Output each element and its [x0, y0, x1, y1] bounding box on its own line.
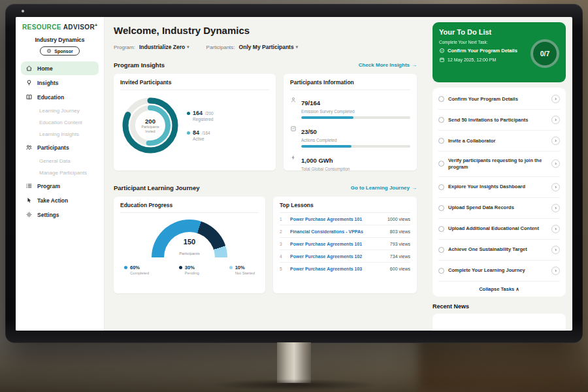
todo-task[interactable]: Invite a Collaborator ›	[438, 131, 560, 152]
recent-news-title: Recent News	[433, 303, 566, 310]
task-checkbox[interactable]	[438, 268, 444, 274]
pending-dot	[179, 266, 182, 269]
sidebar-item-education-content[interactable]: Education Content	[16, 116, 104, 128]
sidebar-item-settings[interactable]: Settings	[21, 208, 99, 221]
task-chevron-icon[interactable]: ›	[551, 246, 560, 254]
sidebar: RESOURCE ADVISOR+ Industry Dynamics Spon…	[16, 17, 105, 331]
program-select[interactable]: Industrialize Zero ▾	[139, 44, 189, 50]
lesson-link[interactable]: Power Purchase Agreements 103	[290, 267, 386, 271]
photo-backdrop: RESOURCE ADVISOR+ Industry Dynamics Spon…	[0, 0, 588, 392]
completed-label: Completed	[130, 271, 149, 275]
next-task-label: Confirm Your Program Details	[448, 48, 517, 54]
task-chevron-icon[interactable]: ›	[551, 159, 560, 168]
check-more-insights-link[interactable]: Check More Insights →	[359, 62, 417, 68]
sidebar-item-label: Insights	[37, 80, 59, 86]
sidebar-item-insights[interactable]: Insights	[21, 76, 99, 90]
monitor-stand	[277, 342, 311, 383]
sidebar-item-program[interactable]: Program	[21, 179, 99, 193]
donut-center-label: Participants Invited	[137, 125, 163, 134]
list-icon	[25, 182, 33, 189]
lesson-link[interactable]: Financial Considerations - VPPAs	[290, 229, 386, 234]
participants-select[interactable]: Only My Participants ▾	[239, 44, 298, 50]
gear-icon	[25, 211, 33, 218]
task-chevron-icon[interactable]: ›	[551, 204, 560, 212]
task-checkbox[interactable]	[438, 184, 444, 190]
lesson-views: 600 views	[390, 267, 410, 271]
logo-text-secondary: ADVISOR	[63, 24, 95, 31]
lesson-link[interactable]: Power Purchase Agreements 101	[290, 242, 386, 246]
lesson-rank: 3	[280, 242, 286, 246]
learning-cards-row: Education Progress 150 Participants 60	[114, 197, 417, 293]
pending-pct: 30%	[185, 265, 195, 270]
program-select-value: Industrialize Zero	[139, 44, 185, 50]
sidebar-item-label: Program	[37, 183, 60, 189]
lesson-link[interactable]: Power Purchase Agreements 101	[290, 217, 384, 221]
sponsor-icon	[46, 48, 52, 54]
task-checkbox[interactable]	[438, 226, 444, 232]
task-chevron-icon[interactable]: ›	[551, 267, 560, 275]
section-title: Participant Learning Journey	[114, 184, 199, 191]
task-chevron-icon[interactable]: ›	[551, 183, 560, 191]
sidebar-item-general-data[interactable]: General Data	[16, 155, 104, 167]
task-chevron-icon[interactable]: ›	[551, 137, 560, 145]
todo-summary-card: Your To Do List Complete Your Next Task:…	[433, 22, 566, 82]
go-to-learning-journey-link[interactable]: Go to Learning Journey →	[351, 185, 417, 191]
task-chevron-icon[interactable]: ›	[551, 95, 560, 103]
sidebar-item-education[interactable]: Education	[21, 90, 99, 104]
todo-next-task[interactable]: Confirm Your Program Details	[439, 48, 532, 54]
task-checkbox[interactable]	[438, 117, 444, 123]
checklist-icon	[290, 125, 297, 132]
gauge-legend: 60% Completed 30% Pending 10% Not Starte…	[120, 265, 259, 275]
not-started-pct: 10%	[235, 265, 245, 270]
task-checkbox[interactable]	[438, 247, 444, 253]
chevron-down-icon: ▾	[296, 44, 298, 50]
todo-task[interactable]: Send 50 Invitations to Participants ›	[438, 110, 560, 131]
todo-task[interactable]: Upload Spend Data Records ›	[438, 198, 560, 219]
task-chevron-icon[interactable]: ›	[551, 225, 560, 233]
todo-task[interactable]: Upload Additional Educational Content ›	[438, 219, 560, 240]
todo-task[interactable]: Explore Your Insights Dashboard ›	[438, 177, 560, 198]
lightbulb-icon	[25, 79, 33, 86]
people-icon	[25, 144, 33, 151]
lesson-rank: 2	[280, 229, 286, 234]
sidebar-item-home[interactable]: Home	[21, 61, 99, 75]
education-progress-card: Education Progress 150 Participants 60	[114, 197, 265, 293]
insights-cards-row: Invited Participants 200	[114, 74, 417, 171]
task-checkbox[interactable]	[438, 161, 444, 167]
task-checkbox[interactable]	[438, 205, 444, 211]
todo-task[interactable]: Confirm Your Program Details ›	[438, 89, 560, 110]
logo-text-primary: RESOURCE	[22, 24, 61, 31]
survey-value: 79/164	[301, 99, 320, 106]
task-checkbox[interactable]	[438, 96, 444, 102]
task-checkbox[interactable]	[438, 138, 444, 144]
sidebar-item-participants[interactable]: Participants	[21, 140, 99, 154]
sidebar-item-label: Participants	[37, 144, 69, 151]
todo-task[interactable]: Verify participants requesting to join t…	[438, 152, 560, 177]
calendar-icon	[439, 57, 445, 63]
sidebar-item-label: Education	[37, 94, 64, 101]
sidebar-item-take-action[interactable]: Take Action	[21, 193, 99, 207]
collapse-tasks-button[interactable]: Collapse Tasks ∧	[438, 282, 560, 297]
todo-task[interactable]: Complete Your Learning Journey ›	[438, 261, 560, 282]
todo-task[interactable]: Achieve One Sustainability Target ›	[438, 240, 560, 261]
registered-dot	[187, 112, 190, 115]
arrow-right-icon: →	[412, 62, 417, 68]
sidebar-item-learning-insights[interactable]: Learning Insights	[16, 128, 104, 140]
sidebar-item-learning-journey[interactable]: Learning Journey	[16, 105, 104, 116]
sponsor-label: Sponsor	[54, 49, 73, 54]
lesson-rank: 5	[280, 267, 286, 271]
task-label: Achieve One Sustainability Target	[448, 246, 547, 253]
active-total: /164	[202, 131, 210, 135]
task-label: Explore Your Insights Dashboard	[448, 184, 547, 190]
sidebar-item-manage-participants[interactable]: Manage Participants	[16, 167, 104, 178]
donut-legend: 164 /200 Registered 84 /164	[187, 110, 214, 141]
not-started-label: Not Started	[235, 271, 255, 275]
registered-label: Registered	[193, 117, 214, 122]
todo-tasks-card: Confirm Your Program Details › Send 50 I…	[433, 88, 566, 297]
participants-filter-label: Participants:	[206, 44, 235, 50]
lesson-link[interactable]: Power Purchase Agreements 102	[290, 254, 386, 259]
lesson-row: 2 Financial Considerations - VPPAs 803 v…	[280, 225, 410, 238]
task-chevron-icon[interactable]: ›	[551, 116, 560, 124]
not-started-dot	[229, 266, 233, 269]
energy-icon	[290, 154, 297, 161]
